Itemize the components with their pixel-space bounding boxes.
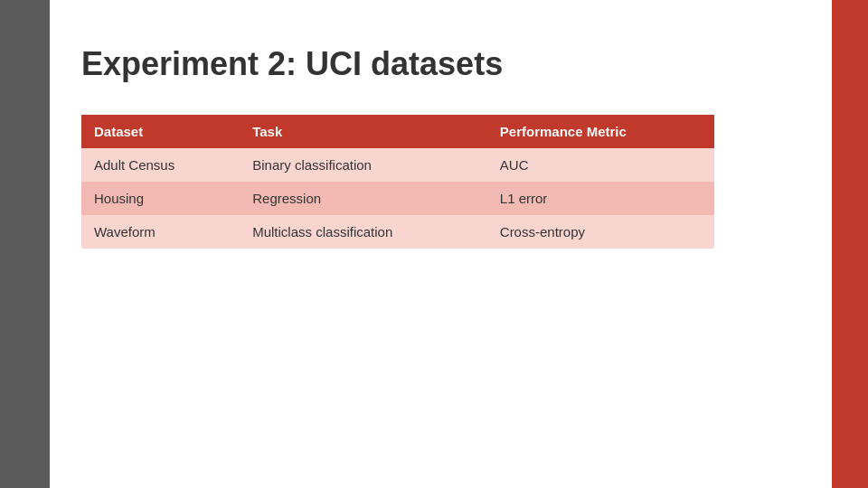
col-header-metric: Performance Metric <box>487 115 714 148</box>
dataset-table: Dataset Task Performance Metric Adult Ce… <box>81 115 714 249</box>
table-cell: L1 error <box>487 182 714 215</box>
sidebar-right <box>832 0 868 488</box>
table-header-row: Dataset Task Performance Metric <box>81 115 714 148</box>
table-cell: Housing <box>81 182 240 215</box>
table-cell: Binary classification <box>240 148 487 182</box>
table-row: WaveformMulticlass classificationCross-e… <box>81 215 714 249</box>
col-header-task: Task <box>240 115 487 148</box>
table-row: Adult CensusBinary classificationAUC <box>81 148 714 182</box>
slide-title: Experiment 2: UCI datasets <box>81 45 796 83</box>
sidebar-left <box>0 0 50 488</box>
table-cell: Adult Census <box>81 148 240 182</box>
table-cell: Waveform <box>81 215 240 249</box>
slide-content: Experiment 2: UCI datasets Dataset Task … <box>81 45 796 452</box>
table-cell: Multiclass classification <box>240 215 487 249</box>
table-cell: Cross-entropy <box>487 215 714 249</box>
col-header-dataset: Dataset <box>81 115 240 148</box>
table-row: HousingRegressionL1 error <box>81 182 714 215</box>
table-cell: Regression <box>240 182 487 215</box>
slide: Experiment 2: UCI datasets Dataset Task … <box>0 0 868 488</box>
table-cell: AUC <box>487 148 714 182</box>
